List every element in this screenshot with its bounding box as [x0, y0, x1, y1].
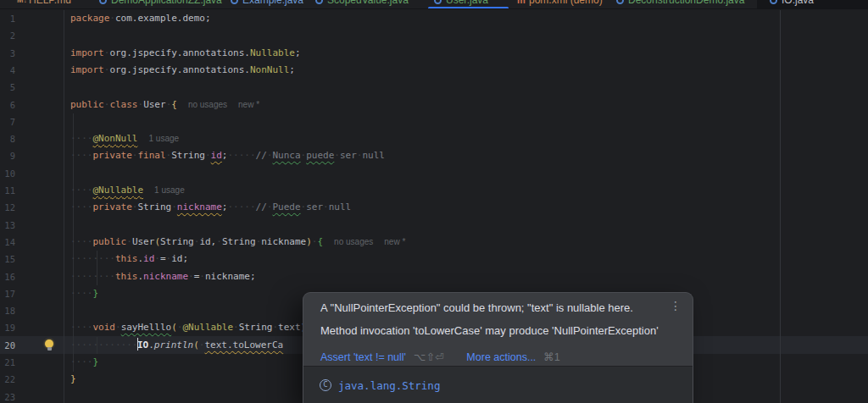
assert-shortcut: ⌥⇧⏎: [414, 351, 443, 363]
token: import: [70, 47, 104, 58]
token: String: [160, 236, 194, 247]
more-actions-link[interactable]: More actions...: [466, 351, 536, 363]
code-line-16[interactable]: 16········this.nickname·=·nickname;: [0, 268, 868, 285]
token: ·: [216, 236, 222, 247]
maven-icon: m: [517, 0, 525, 4]
quick-doc-footer: C java.lang.String: [303, 366, 693, 403]
line-number[interactable]: 2: [0, 27, 15, 44]
tab-label: DemoApplicationZZ.java: [111, 0, 222, 6]
code-line-4[interactable]: 4import·org.jspecify.annotations.NonNull…: [0, 62, 868, 79]
token: org.jspecify.annotations.: [109, 47, 250, 58]
code-text: ····@NonNull1 usage: [70, 130, 179, 147]
token: }: [93, 288, 99, 299]
line-number[interactable]: 11: [0, 182, 15, 199]
code-line-2[interactable]: 2: [0, 27, 868, 44]
token: @NonNull: [93, 133, 138, 144]
token: User: [132, 236, 155, 247]
tab-pom-xml-demo-[interactable]: mpom.xml (demo): [517, 0, 603, 6]
token: private: [93, 202, 132, 213]
token: ·: [115, 322, 121, 333]
class-icon: C: [320, 379, 331, 391]
token: void: [93, 322, 116, 333]
token: ·: [188, 271, 194, 282]
token: ····: [70, 133, 93, 144]
line-number[interactable]: 19: [0, 319, 15, 336]
line-number[interactable]: 15: [0, 251, 15, 268]
token: import: [70, 64, 104, 75]
token: ·: [199, 271, 205, 282]
code-line-7[interactable]: 7: [0, 113, 868, 130]
token: this: [115, 253, 138, 264]
line-number[interactable]: 14: [0, 234, 15, 251]
line-number[interactable]: 7: [0, 113, 15, 130]
code-line-11[interactable]: 11····@Nullable1 usage: [0, 182, 868, 199]
token: ·: [205, 150, 211, 161]
tab-io-java[interactable]: IO.java: [770, 0, 814, 6]
line-number[interactable]: 6: [0, 97, 15, 113]
class-icon: [770, 0, 777, 4]
code-text: }: [70, 371, 76, 388]
token: ·: [126, 236, 132, 247]
tab-demoapplicationzz-java[interactable]: DemoApplicationZZ.java: [99, 0, 222, 6]
token: ·: [334, 150, 340, 161]
token: ····: [70, 356, 93, 367]
active-tab-underline: [428, 7, 509, 9]
code-line-10[interactable]: 10: [0, 165, 868, 182]
token: ····: [70, 202, 93, 213]
token: null: [362, 150, 385, 161]
line-number[interactable]: 23: [0, 389, 15, 403]
code-line-9[interactable]: 9····private·final·String·id;·····//·Nun…: [0, 147, 868, 164]
more-actions-shortcut: ⌘1: [543, 351, 559, 363]
line-number[interactable]: 21: [0, 354, 15, 371]
code-line-8[interactable]: 8····@NonNull1 usage: [0, 130, 868, 147]
token: }: [93, 356, 99, 367]
class-icon: [231, 0, 238, 4]
line-number[interactable]: 16: [0, 268, 15, 285]
code-line-13[interactable]: 13: [0, 217, 868, 234]
intention-bulb-icon[interactable]: [44, 340, 54, 351]
line-number[interactable]: 4: [0, 62, 15, 79]
token: ········: [70, 271, 115, 282]
line-number[interactable]: 18: [0, 302, 15, 319]
doc-class-link[interactable]: java.lang.String: [338, 379, 440, 392]
line-number[interactable]: 22: [0, 371, 15, 388]
assert-quickfix-link[interactable]: Assert 'text != null': [320, 351, 406, 363]
line-number[interactable]: 20: [0, 337, 15, 354]
line-number[interactable]: 5: [0, 79, 15, 96]
token: sayHelllo: [121, 322, 172, 333]
token: Nullable: [250, 47, 295, 58]
tab-user-java[interactable]: User.java: [434, 0, 488, 6]
kebab-menu-icon[interactable]: ⋮: [670, 300, 682, 312]
code-line-15[interactable]: 15········this.id·=·id;: [0, 251, 868, 268]
tab-label: DeconstructionDemo.java: [628, 0, 744, 6]
code-line-5[interactable]: 5: [0, 79, 868, 96]
line-number[interactable]: 12: [0, 199, 15, 216]
code-line-6[interactable]: 6public·class·User·{no usagesnew *: [0, 97, 868, 113]
class-icon: [315, 0, 323, 4]
code-line-1[interactable]: 1package·com.example.demo;: [0, 10, 868, 27]
tab-label: pom.xml (demo): [529, 0, 603, 6]
inspection-popup: A "NullPointerException" could be thrown…: [303, 292, 693, 403]
token: (: [193, 340, 199, 351]
line-number[interactable]: 8: [0, 130, 15, 147]
line-number[interactable]: 10: [0, 165, 15, 182]
tab-example-java[interactable]: Example.java: [231, 0, 303, 6]
token: ·: [171, 202, 177, 213]
tab-help-md[interactable]: M↓HELP.md: [17, 0, 71, 6]
token: id,: [199, 236, 216, 247]
tab-deconstructiondemo-java[interactable]: DeconstructionDemo.java: [616, 0, 744, 6]
token: User: [143, 99, 166, 110]
line-number[interactable]: 1: [0, 10, 15, 27]
code-text: ····private·String·nickname;·····//·Pued…: [70, 199, 351, 216]
token: ·: [233, 322, 239, 333]
code-line-14[interactable]: 14····public·User(String·id,·String·nick…: [0, 234, 868, 251]
code-line-3[interactable]: 3import·org.jspecify.annotations.Nullabl…: [0, 45, 868, 62]
line-number[interactable]: 3: [0, 45, 15, 62]
line-number[interactable]: 9: [0, 147, 15, 164]
line-number[interactable]: 17: [0, 285, 15, 302]
token: IO: [137, 340, 148, 351]
line-number[interactable]: 13: [0, 217, 15, 234]
code-line-12[interactable]: 12····private·String·nickname;·····//·Pu…: [0, 199, 868, 216]
token: ·: [109, 13, 115, 24]
tab-scopedvalue-java[interactable]: ScopedValue.java: [315, 0, 409, 6]
